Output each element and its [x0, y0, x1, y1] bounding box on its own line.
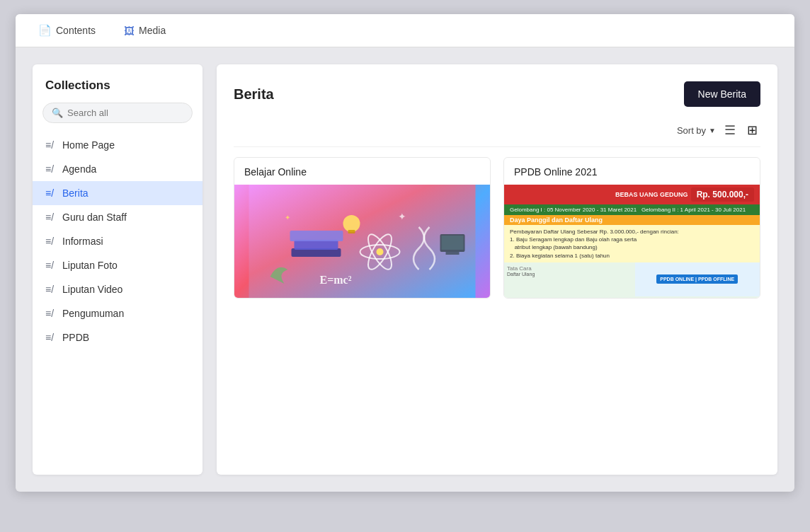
- sort-by-label: Sort by: [677, 125, 706, 136]
- tab-contents[interactable]: 📄 Contents: [33, 21, 101, 40]
- toolbar: Sort by ▼ ☰ ⊞: [234, 121, 760, 147]
- collection-icon: ≡/: [45, 284, 57, 295]
- card-ppdb-online[interactable]: PPDB Online 2021 BEBAS UANG GEDUNG Rp. 5…: [503, 157, 760, 299]
- ppdb-free-band: Daya Panggil dan Daftar Ulang: [504, 215, 760, 225]
- ppdb-badge-area: PPDB ONLINE | PPDB OFFLINE: [635, 262, 760, 296]
- ppdb-bottom: Tata Cara Daftar Ulang PPDB ONLINE | PPD…: [504, 262, 760, 296]
- svg-text:✦: ✦: [285, 214, 290, 221]
- sidebar-item-home-page[interactable]: ≡/ Home Page: [33, 133, 202, 157]
- ppdb-online-badge: PPDB ONLINE | PPDB OFFLINE: [656, 274, 738, 284]
- grid-view-icon[interactable]: ⊞: [744, 121, 760, 139]
- svg-rect-10: [348, 230, 355, 233]
- sidebar-item-berita[interactable]: ≡/ Berita: [33, 181, 202, 205]
- svg-point-7: [377, 248, 384, 255]
- tab-contents-label: Contents: [56, 25, 96, 36]
- sidebar-item-liputan-foto[interactable]: ≡/ Liputan Foto: [33, 253, 202, 277]
- card-title: Belajar Online: [234, 158, 490, 185]
- media-icon: 🖼: [124, 25, 135, 37]
- collection-icon: ≡/: [45, 236, 57, 247]
- sidebar-item-label: Home Page: [62, 139, 115, 151]
- sidebar-item-ppdb[interactable]: ≡/ PPDB: [33, 325, 202, 349]
- sidebar-item-guru-dan-staff[interactable]: ≡/ Guru dan Staff: [33, 205, 202, 229]
- app-window: 📄 Contents 🖼 Media Collections 🔍 ≡/ Home…: [16, 14, 794, 492]
- collection-icon: ≡/: [45, 212, 57, 223]
- tab-media[interactable]: 🖼 Media: [118, 22, 171, 40]
- sidebar-item-label: Informasi: [62, 236, 103, 247]
- search-icon: 🔍: [52, 108, 63, 118]
- sidebar-item-label: PPDB: [62, 332, 89, 343]
- svg-rect-12: [442, 236, 464, 250]
- collections-title: Collections: [33, 79, 202, 103]
- sidebar-item-label: Berita: [62, 187, 89, 199]
- sidebar-item-label: Guru dan Staff: [62, 212, 127, 223]
- sidebar-item-label: Pengumuman: [62, 308, 124, 319]
- list-view-icon[interactable]: ☰: [721, 121, 738, 139]
- svg-text:✦: ✦: [398, 211, 406, 222]
- cards-grid: Belajar Online: [234, 157, 760, 299]
- chevron-down-icon: ▼: [709, 127, 716, 134]
- card-image-ppdb-online: BEBAS UANG GEDUNG Rp. 500.000,- Gelomban…: [504, 185, 760, 298]
- sidebar-item-label: Liputan Video: [62, 284, 122, 295]
- card-image-belajar-online: E=mc² ✦ ✦: [234, 185, 490, 298]
- collection-icon: ≡/: [45, 163, 57, 175]
- svg-point-9: [343, 215, 360, 232]
- sidebar-item-label: Agenda: [62, 163, 96, 175]
- sidebar-item-agenda[interactable]: ≡/ Agenda: [33, 157, 202, 181]
- panel-title: Berita: [234, 86, 274, 103]
- tab-media-label: Media: [139, 25, 166, 36]
- sidebar-item-pengumuman[interactable]: ≡/ Pengumuman: [33, 301, 202, 325]
- svg-rect-3: [290, 231, 343, 241]
- svg-rect-2: [295, 240, 338, 250]
- ppdb-price: Rp. 500.000,-: [691, 187, 754, 202]
- panel-header: Berita New Berita: [234, 81, 760, 107]
- card-belajar-online[interactable]: Belajar Online: [234, 157, 491, 299]
- search-input[interactable]: [67, 108, 183, 118]
- sidebar-item-liputan-video[interactable]: ≡/ Liputan Video: [33, 277, 202, 301]
- collection-icon: ≡/: [45, 187, 57, 199]
- content-panel: Berita New Berita Sort by ▼ ☰ ⊞ Belajar …: [217, 64, 777, 475]
- collection-icon: ≡/: [45, 332, 57, 343]
- collection-icon: ≡/: [45, 308, 57, 319]
- contents-icon: 📄: [38, 24, 52, 37]
- collection-icon: ≡/: [45, 139, 57, 151]
- ppdb-tata-cara: Tata Cara Daftar Ulang: [504, 262, 635, 296]
- ppdb-green-band: Gelombang I : 05 November 2020 - 31 Mare…: [504, 204, 760, 215]
- sidebar: Collections 🔍 ≡/ Home Page ≡/ Agenda ≡/ …: [33, 64, 202, 475]
- collection-icon: ≡/: [45, 260, 57, 271]
- new-berita-button[interactable]: New Berita: [684, 81, 760, 107]
- sidebar-item-informasi[interactable]: ≡/ Informasi: [33, 229, 202, 253]
- card-title: PPDB Online 2021: [504, 158, 760, 185]
- ppdb-body: Pembayaran Daftar Ulang Sebesar Rp. 3.00…: [504, 225, 760, 262]
- search-box[interactable]: 🔍: [42, 103, 193, 123]
- sort-by-button[interactable]: Sort by ▼: [677, 125, 716, 136]
- svg-rect-13: [446, 252, 460, 255]
- main-content: Collections 🔍 ≡/ Home Page ≡/ Agenda ≡/ …: [16, 47, 794, 492]
- sidebar-item-label: Liputan Foto: [62, 260, 118, 271]
- svg-text:E=mc²: E=mc²: [320, 274, 352, 286]
- top-navigation: 📄 Contents 🖼 Media: [16, 14, 794, 47]
- ppdb-top-banner: BEBAS UANG GEDUNG Rp. 500.000,-: [504, 185, 760, 204]
